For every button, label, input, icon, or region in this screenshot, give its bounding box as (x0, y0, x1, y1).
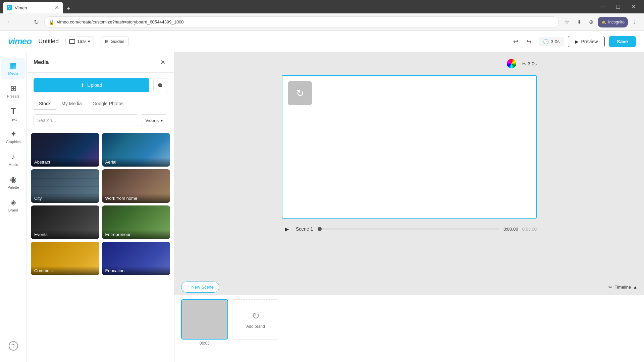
timeline-thumb (318, 227, 322, 231)
lock-icon: 🔒 (49, 19, 54, 25)
panel-close-button[interactable]: ✕ (158, 58, 167, 67)
forward-button[interactable]: → (17, 17, 28, 27)
save-button[interactable]: Save (609, 36, 636, 47)
back-button[interactable]: ← (4, 17, 15, 27)
bookmark-icon[interactable]: ☆ (561, 17, 572, 27)
project-title[interactable]: Untitled (38, 38, 59, 45)
preview-button[interactable]: ▶ Preview (568, 36, 605, 47)
scene-label: Scene 1 (296, 226, 313, 232)
canvas-wrapper: ✂ 3.0s ↻ (282, 59, 537, 234)
add-brand-card[interactable]: ↻ Add brand (232, 299, 279, 340)
close-button[interactable]: ✕ (626, 0, 641, 13)
sidebar: ▦ Media ⊞ Presets T Text ✦ Graphics ♪ (0, 52, 27, 362)
tab-favicon: V (7, 5, 12, 10)
media-card-entrepreneur[interactable]: Entrepreneur (102, 205, 170, 239)
filter-button[interactable]: Videos ▾ (141, 114, 167, 126)
menu-button[interactable]: ⋮ (629, 17, 640, 27)
scene-thumb-image[interactable] (181, 299, 228, 340)
sidebar-item-brand[interactable]: ◈ Brand (1, 194, 25, 216)
graphics-icon: ✦ (10, 130, 16, 138)
media-card-education-label: Education (102, 266, 170, 275)
incognito-label: Incognito (608, 20, 625, 24)
browser-tab[interactable]: V Vimeo ✕ (3, 2, 63, 13)
scissors-icon: ✂ (522, 61, 526, 67)
add-brand-label: Add brand (246, 324, 265, 329)
media-card-events[interactable]: Events (31, 205, 99, 239)
media-card-aerial[interactable]: Aerial (102, 133, 170, 167)
duration-value: 3.0s (551, 39, 559, 44)
sidebar-item-text[interactable]: T Text (1, 103, 25, 125)
color-wheel-icon[interactable] (507, 59, 516, 68)
panel-title: Media (34, 59, 49, 65)
cut-button[interactable]: ✂ 3.0s (522, 61, 537, 67)
media-card-abstract-label: Abstract (31, 158, 99, 167)
media-card-community-label: Commu... (31, 266, 99, 275)
palette-icon: ◉ (10, 175, 16, 184)
aspect-ratio-button[interactable]: 16:9 ▾ (65, 37, 94, 46)
address-bar[interactable]: 🔒 vimeo.com/create/customize?hash=storyb… (44, 16, 559, 28)
record-icon: ⏺ (157, 82, 163, 89)
preview-play-icon: ▶ (575, 39, 579, 44)
timeline-area: 00:03 ↻ Add brand (174, 295, 644, 362)
time-current: 0:00.00 (503, 227, 518, 232)
maximize-button[interactable]: □ (610, 0, 626, 13)
sidebar-presets-label: Presets (7, 94, 19, 98)
panel-header: Media ✕ (27, 52, 174, 73)
media-card-education[interactable]: Education (102, 242, 170, 275)
sidebar-item-music[interactable]: ♪ Music (1, 149, 25, 170)
filter-label: Videos (145, 118, 159, 123)
tab-stock[interactable]: Stock (34, 98, 56, 110)
duration-badge: 🕐 3.0s (539, 37, 564, 46)
guides-button[interactable]: ⊞ Guides (101, 37, 129, 46)
clock-icon: 🕐 (543, 39, 549, 44)
music-icon: ♪ (11, 153, 15, 161)
media-card-city[interactable]: City (31, 169, 99, 203)
sidebar-item-graphics[interactable]: ✦ Graphics (1, 126, 25, 147)
media-card-abstract[interactable]: Abstract (31, 133, 99, 167)
sidebar-media-label: Media (8, 71, 18, 75)
new-tab-button[interactable]: + (64, 4, 73, 13)
sidebar-item-media[interactable]: ▦ Media (1, 58, 25, 79)
header-actions: ↩ ↪ 🕐 3.0s ▶ Preview Save (509, 36, 636, 48)
aspect-icon (69, 39, 75, 44)
extension-icon[interactable]: ⊕ (586, 17, 596, 27)
new-scene-plus-icon: + (187, 285, 190, 290)
canvas-area: ✂ 3.0s ↻ (174, 52, 644, 279)
media-card-wfh[interactable]: Work from home (102, 169, 170, 203)
sidebar-text-label: Text (10, 117, 16, 121)
sidebar-item-palette[interactable]: ◉ Palette (1, 172, 25, 193)
timeline-track[interactable] (317, 228, 499, 230)
canvas-media-placeholder: ↻ (288, 81, 312, 105)
media-card-community[interactable]: Commu... (31, 242, 99, 275)
timeline-toggle-button[interactable]: ✂ Timeline ▲ (608, 285, 637, 290)
tab-google-photos[interactable]: Google Photos (87, 98, 129, 110)
upload-label: Upload (87, 82, 102, 88)
scene-controls: ▶ Scene 1 0:00.00 0:03.00 (282, 224, 537, 234)
upload-button[interactable]: ⬆ Upload (34, 78, 149, 92)
sidebar-palette-label: Palette (7, 185, 19, 189)
sidebar-music-label: Music (8, 163, 18, 167)
sidebar-graphics-label: Graphics (6, 140, 20, 144)
record-button[interactable]: ⏺ (153, 78, 167, 92)
time-total: 0:03.00 (522, 227, 537, 232)
filter-chevron-icon: ▾ (161, 118, 163, 123)
timeline-chevron-icon: ▲ (633, 285, 637, 290)
download-icon[interactable]: ⬇ (574, 17, 584, 27)
search-input[interactable] (34, 114, 138, 126)
upload-icon: ⬆ (80, 82, 85, 88)
new-scene-button[interactable]: + New Scene (181, 282, 219, 293)
sidebar-item-help[interactable]: ? (1, 335, 25, 357)
sidebar-item-presets[interactable]: ⊞ Presets (1, 80, 25, 102)
refresh-button[interactable]: ↻ (31, 17, 42, 27)
media-card-events-label: Events (31, 230, 99, 239)
minimize-button[interactable]: ─ (595, 0, 610, 13)
undo-button[interactable]: ↩ (509, 36, 522, 48)
play-button[interactable]: ▶ (282, 224, 292, 234)
redo-button[interactable]: ↪ (523, 36, 535, 48)
scene-thumbnail-1[interactable]: 00:03 (181, 299, 228, 346)
canvas-frame[interactable]: ↻ (282, 75, 537, 219)
tab-my-media[interactable]: My Media (56, 98, 87, 110)
placeholder-icon: ↻ (296, 88, 304, 99)
tab-close-button[interactable]: ✕ (55, 5, 59, 10)
tab-title: Vimeo (15, 5, 27, 10)
